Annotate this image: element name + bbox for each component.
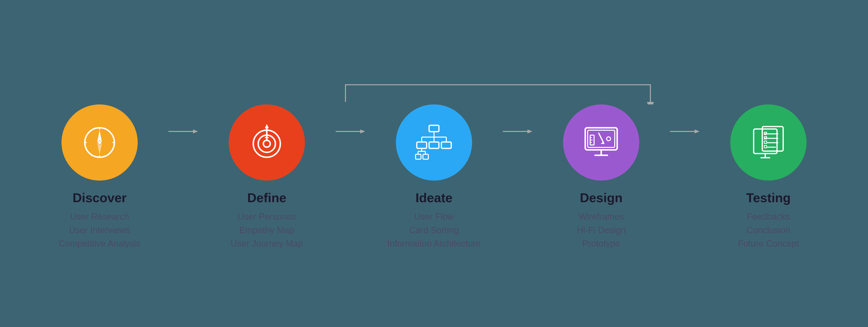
step-define: Define User Personas Empathy Map User Jo… <box>198 104 336 249</box>
svg-point-47 <box>607 137 611 141</box>
arrow-2 <box>336 127 365 136</box>
svg-marker-19 <box>360 129 365 133</box>
step-wrapper-testing: Testing Feedbacks Conclusion Future Conc… <box>700 104 837 249</box>
step-wrapper-ideate: Ideate User Flow Card Sorting Informatio… <box>365 104 503 249</box>
design-item-0: Wireframes <box>579 211 624 223</box>
svg-line-45 <box>599 133 604 143</box>
define-item-2: User Journey Map <box>231 238 303 250</box>
define-items: User Personas Empathy Map User Journey M… <box>231 211 303 249</box>
svg-marker-3 <box>97 142 102 155</box>
monitor-icon <box>582 123 621 162</box>
circle-testing <box>730 104 807 181</box>
design-items: Wireframes Hi-Fi Design Prototype <box>577 211 625 249</box>
ideate-item-0: User Flow <box>414 211 454 223</box>
step-discover: Discover User Research User Interviews C… <box>31 104 168 249</box>
diagram-container: Discover User Research User Interviews C… <box>0 77 868 249</box>
ideate-item-1: Card Sorting <box>409 225 459 236</box>
discover-item-1: User Interviews <box>69 225 130 236</box>
testing-item-2: Future Concept <box>738 238 799 250</box>
svg-rect-26 <box>429 142 439 149</box>
discover-title: Discover <box>72 190 127 205</box>
arrow-4 <box>670 127 700 136</box>
svg-point-13 <box>264 140 270 147</box>
step-wrapper-define: Define User Personas Empathy Map User Jo… <box>198 104 336 249</box>
step-testing: Testing Feedbacks Conclusion Future Conc… <box>700 104 837 249</box>
target-icon <box>247 123 286 162</box>
circle-discover <box>61 104 138 181</box>
svg-point-4 <box>98 141 101 144</box>
testing-title: Testing <box>746 190 790 205</box>
design-title: Design <box>580 190 622 205</box>
step-ideate: Ideate User Flow Card Sorting Informatio… <box>365 104 503 249</box>
ideate-title: Ideate <box>415 190 453 205</box>
define-item-1: Empathy Map <box>240 225 294 236</box>
step-wrapper-discover: Discover User Research User Interviews C… <box>31 104 168 249</box>
discover-item-0: User Research <box>70 211 129 223</box>
steps-row: Discover User Research User Interviews C… <box>44 104 824 249</box>
ideate-items: User Flow Card Sorting Information Archi… <box>387 211 481 249</box>
design-item-1: Hi-Fi Design <box>577 225 625 236</box>
svg-rect-20 <box>429 125 439 132</box>
discover-items: User Research User Interviews Competitiv… <box>59 211 141 249</box>
checklist-icon <box>749 123 788 162</box>
feedback-arc-container <box>44 77 824 107</box>
discover-item-2: Competitive Analysis <box>59 238 141 250</box>
svg-marker-2 <box>97 130 102 142</box>
arrow-3 <box>503 127 532 136</box>
define-title: Define <box>247 190 286 205</box>
step-wrapper-design: Design Wireframes Hi-Fi Design Prototype <box>532 104 670 249</box>
svg-rect-61 <box>764 145 767 148</box>
svg-rect-32 <box>415 154 421 159</box>
step-design: Design Wireframes Hi-Fi Design Prototype <box>532 104 670 249</box>
testing-item-0: Feedbacks <box>747 211 790 223</box>
svg-marker-36 <box>527 129 532 133</box>
design-item-2: Prototype <box>582 238 620 250</box>
circle-design <box>563 104 639 181</box>
compass-icon <box>80 123 119 162</box>
svg-rect-60 <box>764 141 767 143</box>
svg-rect-34 <box>423 154 428 159</box>
feedback-arc-svg <box>163 77 705 104</box>
svg-rect-28 <box>441 142 451 149</box>
testing-items: Feedbacks Conclusion Future Concept <box>738 211 799 249</box>
define-item-0: User Personas <box>238 211 296 223</box>
svg-marker-49 <box>695 129 700 133</box>
svg-rect-24 <box>417 142 427 149</box>
ideate-item-2: Information Architecture <box>387 238 481 250</box>
circle-define <box>229 104 305 181</box>
arrow-1 <box>168 127 198 136</box>
svg-marker-15 <box>265 124 269 128</box>
circle-ideate <box>396 104 472 181</box>
hierarchy-icon <box>414 123 454 162</box>
svg-marker-10 <box>193 129 198 133</box>
testing-item-1: Conclusion <box>747 225 790 236</box>
